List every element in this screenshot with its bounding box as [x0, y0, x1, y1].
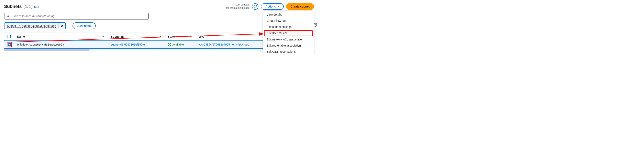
- clear-filters-button[interactable]: Clear filters: [72, 22, 96, 29]
- search-input[interactable]: [4, 13, 149, 19]
- column-vpc[interactable]: VPC: [196, 35, 265, 38]
- cell-vpc: vpc-03854f970683e4905 | only-ipv4-vpc: [196, 43, 265, 46]
- chevron-up-icon: [277, 6, 279, 7]
- actions-dropdown: View detailsCreate flow logEdit subnet s…: [263, 10, 314, 54]
- dropdown-item-edit-route-table-association[interactable]: Edit route table association: [263, 42, 314, 49]
- state-badge: Available: [168, 43, 184, 46]
- last-updated: Last updated less than a minute ago: [225, 3, 250, 9]
- info-link[interactable]: Info: [34, 5, 39, 8]
- svg-point-6: [315, 24, 316, 25]
- dropdown-item-edit-ipv6-cidrs[interactable]: Edit IPv6 CIDRs: [264, 30, 313, 36]
- svg-line-1: [8, 16, 9, 17]
- scrollbar-thumb[interactable]: [4, 49, 90, 51]
- subnet-id-link[interactable]: subnet-06f6093869ef190fe: [111, 43, 145, 46]
- last-updated-value: less than a minute ago: [225, 6, 250, 10]
- dropdown-item-view-details[interactable]: View details: [263, 11, 314, 18]
- filter-chip: Subnet ID : subnet-06f6093869ef190fe: [4, 22, 66, 29]
- check-circle-icon: [168, 43, 171, 46]
- page-header: Subnets (1/1) Info Last updated less tha…: [4, 3, 314, 10]
- actions-button[interactable]: Actions: [261, 3, 284, 10]
- select-all-checkbox[interactable]: [8, 35, 11, 38]
- refresh-icon: [253, 5, 257, 8]
- column-subnet-id[interactable]: Subnet ID: [108, 35, 165, 38]
- checkbox-annotation: [7, 42, 12, 47]
- page-title: Subnets: [4, 4, 22, 9]
- divider: [69, 23, 69, 29]
- page-count: (1/1): [24, 4, 32, 9]
- filter-chip-close[interactable]: [58, 23, 66, 29]
- search-icon: [6, 14, 10, 18]
- header-right: Last updated less than a minute ago Acti…: [225, 3, 314, 10]
- header-left: Subnets (1/1) Info: [4, 4, 39, 9]
- cell-name: only-ipv4-subnet-private1-us-west-2a: [14, 43, 108, 46]
- filter-icon: [190, 36, 192, 37]
- dropdown-item-edit-network-acl-association[interactable]: Edit network ACL association: [263, 36, 314, 42]
- actions-label: Actions: [266, 5, 276, 8]
- filter-icon: [102, 36, 104, 37]
- cell-state: Available: [165, 43, 196, 46]
- create-subnet-button[interactable]: Create subnet: [286, 3, 314, 10]
- last-updated-label: Last updated: [225, 3, 250, 6]
- header-checkbox-cell: [4, 35, 14, 38]
- refresh-button[interactable]: [252, 3, 258, 10]
- dropdown-item-create-flow-log[interactable]: Create flow log: [263, 18, 314, 24]
- cell-subnet-id: subnet-06f6093869ef190fe: [108, 43, 165, 46]
- search-wrap: [4, 13, 149, 19]
- svg-point-0: [7, 15, 9, 17]
- close-icon: [61, 24, 64, 27]
- dropdown-item-edit-subnet-settings[interactable]: Edit subnet settings: [263, 24, 314, 30]
- dropdown-item-edit-cidr-reservations[interactable]: Edit CIDR reservations: [263, 49, 314, 54]
- filter-chip-text[interactable]: Subnet ID : subnet-06f6093869ef190fe: [4, 24, 58, 27]
- vpc-link[interactable]: vpc-03854f970683e4905 | only-ipv4-vpc: [198, 43, 249, 46]
- row-checkbox[interactable]: [8, 43, 11, 46]
- row-checkbox-cell: [4, 42, 14, 47]
- column-name[interactable]: Name: [14, 35, 108, 38]
- filter-icon: [159, 36, 161, 37]
- column-state[interactable]: State: [165, 35, 196, 38]
